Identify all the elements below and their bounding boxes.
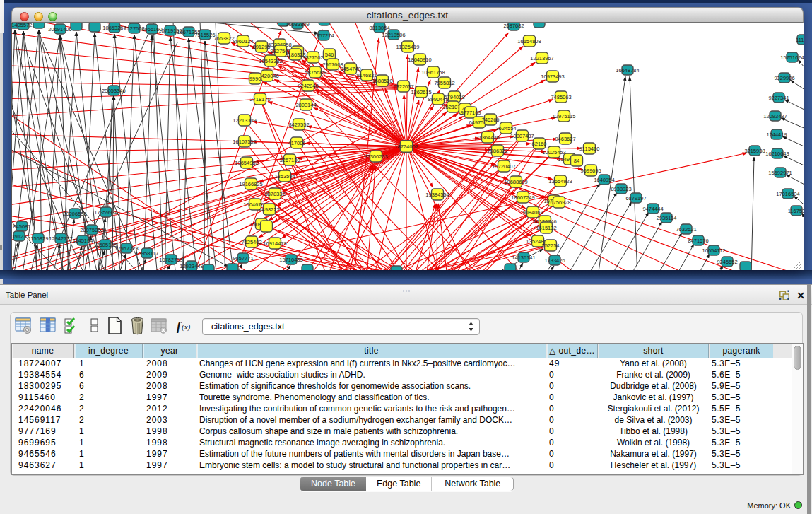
svg-text:16210643: 16210643 [765, 151, 789, 157]
svg-text:84: 84 [574, 158, 579, 164]
svg-text:18640910: 18640910 [408, 57, 431, 63]
svg-text:39123: 39123 [12, 233, 26, 240]
svg-text:9657771: 9657771 [233, 255, 253, 262]
svg-text:10653267: 10653267 [102, 25, 126, 31]
svg-text:2803144: 2803144 [295, 102, 316, 108]
svg-text:1733426: 1733426 [544, 257, 565, 264]
svg-text:20975867: 20975867 [80, 227, 103, 233]
svg-text:8938923: 8938923 [611, 186, 631, 192]
svg-text:12923448: 12923448 [180, 263, 203, 269]
svg-text:8471676: 8471676 [688, 238, 708, 244]
svg-text:7485063: 7485063 [551, 94, 571, 100]
svg-text:5875685: 5875685 [305, 69, 325, 76]
svg-text:1588520: 1588520 [372, 78, 392, 84]
svg-text:10654112: 10654112 [702, 247, 726, 254]
svg-text:10688609: 10688609 [504, 179, 527, 185]
svg-text:12975115: 12975115 [553, 113, 576, 119]
svg-text:16033809: 16033809 [286, 23, 309, 28]
svg-text:8960124: 8960124 [233, 38, 253, 45]
svg-text:9115460: 9115460 [579, 146, 600, 152]
svg-text:116753: 116753 [788, 208, 804, 214]
svg-text:1353594: 1353594 [274, 173, 295, 180]
svg-text:11123: 11123 [796, 37, 804, 43]
svg-text:7663822: 7663822 [213, 35, 234, 42]
svg-text:62160: 62160 [532, 141, 547, 147]
svg-text:15751024: 15751024 [780, 54, 804, 61]
svg-text:14055721: 14055721 [12, 23, 35, 28]
svg-text:1156829: 1156829 [28, 235, 49, 242]
svg-text:8427552: 8427552 [288, 122, 309, 128]
svg-text:17016504: 17016504 [776, 191, 799, 197]
svg-text:9242848: 9242848 [298, 83, 318, 89]
svg-text:19166825: 19166825 [239, 181, 262, 187]
svg-text:3267130: 3267130 [279, 157, 300, 163]
svg-text:417006: 417006 [288, 140, 305, 146]
svg-text:18724007: 18724007 [394, 144, 418, 150]
svg-text:15716485: 15716485 [279, 257, 302, 263]
svg-text:7625402: 7625402 [241, 239, 261, 245]
svg-text:16543382: 16543382 [259, 58, 282, 64]
svg-text:845081: 845081 [13, 223, 30, 230]
svg-text:12218506: 12218506 [382, 32, 405, 38]
svg-text:746266: 746266 [481, 117, 499, 123]
svg-text:9777169: 9777169 [460, 110, 481, 116]
svg-text:2087682: 2087682 [503, 23, 524, 29]
svg-text:(x): (x) [182, 322, 191, 332]
svg-text:25300203: 25300203 [364, 153, 387, 160]
svg-text:1145194: 1145194 [73, 238, 93, 244]
svg-text:1244419: 1244419 [766, 132, 787, 138]
svg-text:9227341: 9227341 [768, 95, 789, 101]
svg-text:19384554: 19384554 [425, 192, 449, 198]
svg-text:9084067: 9084067 [522, 209, 543, 216]
svg-text:6879197: 6879197 [625, 195, 646, 201]
svg-text:25053346: 25053346 [102, 88, 125, 94]
svg-text:8454749: 8454749 [340, 66, 360, 72]
svg-text:16648784: 16648784 [616, 67, 639, 74]
svg-text:12093437: 12093437 [763, 113, 787, 119]
svg-text:4498222: 4498222 [259, 206, 279, 213]
svg-text:13654923: 13654923 [548, 178, 572, 185]
svg-text:12213309: 12213309 [233, 117, 256, 124]
svg-text:10756928: 10756928 [547, 199, 570, 206]
svg-text:9990: 9990 [249, 76, 261, 82]
svg-text:3215938: 3215938 [744, 148, 765, 154]
svg-text:20206556: 20206556 [63, 211, 86, 217]
svg-text:6794028: 6794028 [444, 94, 464, 100]
svg-text:7955812: 7955812 [434, 80, 454, 86]
svg-text:7357274: 7357274 [313, 33, 334, 39]
svg-text:8878332: 8878332 [264, 191, 285, 197]
svg-text:9463627: 9463627 [555, 136, 575, 142]
svg-text:2935114: 2935114 [657, 215, 677, 221]
svg-text:18607249: 18607249 [511, 194, 534, 201]
svg-text:14136141: 14136141 [512, 255, 535, 261]
svg-text:3624554: 3624554 [495, 125, 516, 132]
svg-text:16154808: 16154808 [517, 38, 541, 45]
svg-text:10961758: 10961758 [421, 69, 445, 76]
svg-text:7632621: 7632621 [676, 226, 696, 233]
svg-text:7986322: 7986322 [487, 148, 507, 154]
svg-text:9699695: 9699695 [580, 168, 601, 174]
svg-text:16782759: 16782759 [159, 257, 182, 263]
svg-text:546: 546 [325, 52, 334, 58]
svg-text:10025453: 10025453 [542, 149, 565, 156]
svg-text:1362615: 1362615 [411, 89, 431, 95]
svg-text:15720407: 15720407 [492, 163, 515, 170]
svg-text:9245652: 9245652 [717, 259, 737, 265]
svg-text:1640954: 1640954 [594, 177, 614, 183]
svg-text:11325419: 11325419 [396, 44, 420, 50]
svg-text:1615132: 1615132 [536, 225, 556, 231]
svg-text:12505135: 12505135 [93, 242, 117, 248]
svg-text:9329906: 9329906 [774, 75, 794, 81]
svg-text:10807487: 10807487 [510, 133, 534, 139]
svg-text:15692971: 15692971 [768, 170, 792, 176]
svg-text:12942737: 12942737 [49, 235, 72, 242]
svg-text:21364436: 21364436 [476, 134, 499, 141]
svg-text:10973493: 10973493 [541, 74, 564, 80]
svg-text:9327502: 9327502 [302, 54, 323, 61]
svg-text:12213967: 12213967 [530, 55, 553, 62]
svg-text:8813054: 8813054 [369, 25, 389, 31]
svg-text:7515526: 7515526 [194, 32, 215, 38]
svg-text:9474444: 9474444 [642, 206, 663, 212]
svg-text:2718170: 2718170 [249, 96, 270, 103]
svg-text:252254: 252254 [541, 243, 559, 249]
